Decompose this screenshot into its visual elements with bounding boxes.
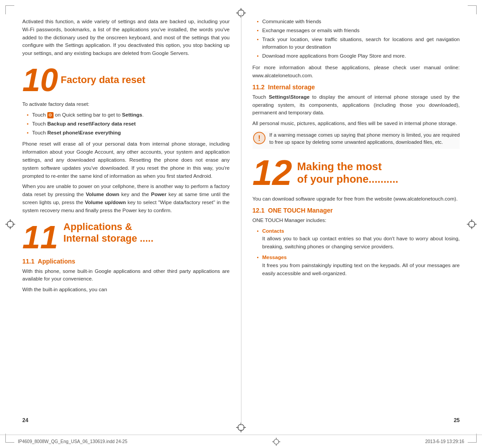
- more-info-text: For more information about these applica…: [253, 64, 460, 80]
- sub11-2-title: Internal storage: [268, 84, 315, 91]
- section11-number: 11: [22, 221, 58, 253]
- page-number-left: 24: [22, 417, 28, 423]
- page-right: Communicate with friends Exchange messag…: [241, 13, 465, 426]
- section11-title2: Internal storage .....: [63, 233, 154, 244]
- top-bullet-2: Exchange messages or emails with friends: [257, 27, 460, 35]
- settings-icon: [47, 112, 54, 118]
- sub11-2-number: 11.2: [253, 84, 265, 91]
- top-bullets: Communicate with friends Exchange messag…: [253, 18, 460, 60]
- pages: Activated this function, a wide variety …: [0, 0, 482, 448]
- svg-text:!: !: [258, 134, 260, 142]
- sub12-1-header: 12.1 ONE TOUCH Manager: [253, 207, 460, 214]
- sub11-1-number: 11.1: [22, 258, 34, 265]
- sub11-1-body1: With this phone, some built-in Google ap…: [22, 268, 230, 284]
- sub12-1-title: ONE TOUCH Manager: [268, 207, 333, 214]
- reset-bold: Reset phone\Erase everything: [47, 130, 121, 135]
- section10-header: 10 Factory data reset: [22, 64, 230, 96]
- section12-title-line1: Making the most: [297, 160, 399, 173]
- contacts-item: Contacts It allows you to back up contac…: [257, 227, 460, 251]
- section12-body1: You can download software upgrade for fr…: [253, 195, 460, 203]
- sub12-1-intro: ONE TOUCH Manager includes:: [253, 217, 460, 225]
- settings-storage-bold: Settings\Storage: [269, 94, 309, 100]
- vol-down-bold: Volume down: [86, 192, 119, 197]
- warning-icon: !: [253, 131, 266, 145]
- crosshair-left: [5, 219, 15, 229]
- activate-label: To activate factory data reset:: [22, 100, 230, 109]
- section10-body2: When you are unable to power on your cel…: [22, 183, 230, 214]
- messages-item: Messages It frees you from painstakingly…: [257, 254, 460, 277]
- sub12-1-number: 12.1: [253, 207, 265, 214]
- sub11-2-body2: All personal music, pictures, applicatio…: [253, 120, 460, 128]
- sub11-1-header: 11.1 Applications: [22, 258, 230, 265]
- settings-bold: Settings: [122, 112, 142, 117]
- section11-header: 11 Applications & Internal storage .....: [22, 221, 230, 253]
- section10-title: Factory data reset: [61, 74, 145, 86]
- top-bullet-3: Track your location, view traffic situat…: [257, 36, 460, 52]
- crosshair-right: [467, 219, 477, 229]
- intro-text: Activated this function, a wide variety …: [22, 18, 230, 58]
- warning-box: ! If a warning message comes up saying t…: [253, 131, 460, 149]
- bullet-3: Touch Reset phone\Erase everything: [27, 129, 230, 137]
- section12-number: 12: [253, 155, 292, 191]
- sub11-1-body2: With the built-in applications, you can: [22, 286, 230, 294]
- footer-bar: IP4609_8008W_QG_Eng_USA_06_130619.indd 2…: [0, 435, 482, 448]
- power-bold: Power: [151, 192, 166, 197]
- contacts-body: It allows you to back up contact entries…: [262, 236, 460, 249]
- page-left: Activated this function, a wide variety …: [18, 13, 241, 426]
- sub11-2-header: 11.2 Internal storage: [253, 84, 460, 91]
- bullet-1: Touch on Quick setting bar to get to Set…: [27, 111, 230, 119]
- section10-body1: Phone reset will erase all of your perso…: [22, 140, 230, 180]
- page-number-right: 25: [454, 417, 460, 423]
- top-bullet-1: Communicate with friends: [257, 18, 460, 26]
- section10-number: 10: [22, 64, 58, 96]
- sub11-2-body1: Touch Settings\Storage to display the am…: [253, 93, 460, 117]
- section12-title-line2: of your phone..........: [297, 173, 399, 185]
- vol-updown-bold: Volume up/down: [85, 200, 126, 205]
- page-container: Activated this function, a wide variety …: [0, 0, 482, 448]
- footer-right: 2013-6-19 13:29:16: [425, 439, 464, 444]
- footer-crosshair-icon: [272, 438, 280, 446]
- section10-bullets: Touch on Quick setting bar to get to Set…: [22, 111, 230, 137]
- section11-title1: Applications &: [63, 221, 154, 233]
- svg-point-23: [274, 439, 278, 444]
- backup-bold: Backup and reset\Factory data reset: [47, 121, 136, 126]
- top-bullet-4: Download more applications from Google P…: [257, 52, 460, 60]
- corner-mark-tr: [468, 5, 477, 14]
- svg-point-5: [7, 221, 13, 227]
- footer-left: IP4609_8008W_QG_Eng_USA_06_130619.indd 2…: [18, 439, 127, 444]
- messages-body: It frees you from painstakingly inputtin…: [262, 263, 460, 276]
- sub11-1-title: Applications: [38, 258, 75, 265]
- section12-title: Making the most of your phone..........: [297, 160, 399, 185]
- warning-text: If a warning message comes up saying tha…: [270, 131, 460, 146]
- messages-label: Messages: [262, 255, 287, 260]
- bullet-2: Touch Backup and reset\Factory data rese…: [27, 120, 230, 128]
- sub12-1-list: Contacts It allows you to back up contac…: [253, 227, 460, 278]
- section12-header: 12 Making the most of your phone........…: [253, 155, 460, 191]
- footer-center: [272, 438, 280, 446]
- corner-mark-tl: [5, 5, 14, 14]
- svg-point-10: [469, 221, 475, 227]
- contacts-label: Contacts: [262, 228, 284, 234]
